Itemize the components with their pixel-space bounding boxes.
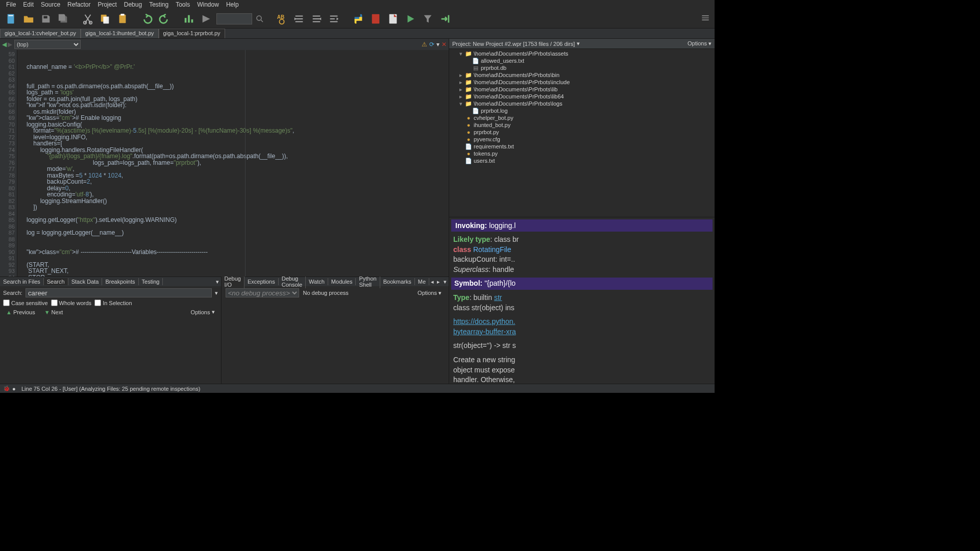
tree-twisty-icon[interactable]: ▸ [458, 93, 463, 100]
tree-row[interactable]: ▸📁\home\ad\Documents\PrPrbots\lib [451, 86, 713, 93]
python-file-icon: ● [465, 129, 472, 135]
tree-row[interactable]: 📄requirements.txt [451, 143, 713, 150]
menu-window[interactable]: Window [194, 1, 222, 8]
scope-select[interactable]: (top) [14, 40, 81, 49]
editor-tab[interactable]: giga_local-1:ihunted_bot.py [81, 29, 159, 38]
fold-column[interactable] [17, 50, 24, 277]
menu-help[interactable]: Help [223, 1, 242, 8]
search-icon[interactable] [255, 12, 264, 26]
in-selection-checkbox[interactable]: In Selection [94, 299, 132, 306]
tree-row[interactable]: ▾📁\home\ad\Documents\PrPrbots\assets [451, 50, 713, 57]
run-button[interactable] [403, 12, 418, 26]
editor-tab[interactable]: giga_local-1:prprbot.py [159, 29, 225, 38]
debug-tab-me[interactable]: Me [415, 278, 429, 285]
tree-row[interactable]: ●ihunted_bot.py [451, 121, 713, 129]
menu-project[interactable]: Project [94, 1, 119, 8]
python-icon[interactable] [351, 12, 365, 26]
menu-testing[interactable]: Testing [146, 1, 172, 8]
tree-twisty-icon[interactable]: ▸ [458, 79, 463, 86]
save-button[interactable] [39, 12, 53, 26]
previous-button[interactable]: ▲Previous [3, 309, 38, 316]
tree-row[interactable]: 📄allowed_users.txt [451, 57, 713, 64]
debug-tab-exceptions[interactable]: Exceptions [244, 278, 279, 285]
step-icon[interactable] [438, 12, 452, 26]
debug-tab-scroll[interactable]: ◂▸ [429, 279, 442, 285]
save-all-button[interactable] [56, 12, 70, 26]
case-sensitive-checkbox[interactable]: Case sensitive [3, 299, 48, 306]
debug-tab-watch[interactable]: Watch [306, 278, 328, 285]
menu-source[interactable]: Source [38, 1, 63, 8]
debug-tab-bookmarks[interactable]: Bookmarks [380, 278, 415, 285]
pdf-icon[interactable] [369, 12, 383, 26]
cut-button[interactable] [81, 12, 95, 26]
chart-icon[interactable] [182, 12, 196, 26]
tree-row[interactable]: ▾📁\home\ad\Documents\PrPrbots\logs [451, 100, 713, 107]
whole-words-checkbox[interactable]: Whole words [51, 299, 92, 306]
tree-row[interactable]: ▤prprbot.db [451, 64, 713, 71]
indent-right-icon[interactable] [292, 12, 306, 26]
str-link[interactable]: str [494, 293, 502, 302]
menu-tools[interactable]: Tools [173, 1, 193, 8]
next-button[interactable]: ▼Next [41, 309, 66, 316]
tree-row[interactable]: ▸📁\home\ad\Documents\PrPrbots\include [451, 79, 713, 86]
refresh-icon[interactable]: ⟳ [429, 41, 434, 48]
align-icon[interactable] [327, 12, 341, 26]
collapse-icon[interactable]: ▾ [436, 41, 439, 48]
hamburger-icon[interactable] [700, 13, 710, 24]
menu-debug[interactable]: Debug [121, 1, 145, 8]
tree-twisty-icon[interactable]: ▾ [458, 51, 463, 57]
search-options-button[interactable]: Options ▾ [188, 308, 218, 316]
goto-button[interactable] [199, 12, 213, 26]
menu-refactor[interactable]: Refactor [64, 1, 93, 8]
search-tab-breakpoints[interactable]: Breakpoints [102, 278, 138, 285]
tree-twisty-icon[interactable]: ▸ [458, 72, 463, 79]
tree-row[interactable]: ●pyvenv.cfg [451, 136, 713, 143]
menu-file[interactable]: File [3, 1, 19, 8]
project-tree[interactable]: ▾📁\home\ad\Documents\PrPrbots\assets📄all… [449, 49, 715, 217]
nav-fwd-icon[interactable]: ▶ [8, 41, 12, 48]
tree-row[interactable]: 📄prprbot.log [451, 107, 713, 114]
search-input[interactable] [26, 288, 212, 297]
code-editor[interactable]: 59 60 61 62 63 64 65 66 67 68 69 70 71 7… [0, 50, 449, 277]
tree-twisty-icon[interactable]: ▸ [458, 86, 463, 93]
toolbar-search-input[interactable] [216, 13, 252, 24]
nav-back-icon[interactable]: ◀ [2, 41, 7, 48]
debug-tab-modules[interactable]: Modules [328, 278, 356, 285]
search-tab-stack-data[interactable]: Stack Data [68, 278, 103, 285]
tree-row[interactable]: 📄users.txt [451, 157, 713, 164]
ab-diff-icon[interactable]: AB [275, 12, 289, 26]
tree-row[interactable]: ●cvhelper_bot.py [451, 114, 713, 121]
editor-tab[interactable]: giga_local-1:cvhelper_bot.py [0, 29, 81, 38]
tree-row[interactable]: ▸📁\home\ad\Documents\PrPrbots\bin [451, 71, 713, 79]
tree-row[interactable]: ●tokens.py [451, 150, 713, 157]
bug-icon[interactable]: 🐞 [3, 385, 10, 392]
tree-row[interactable]: ●prprbot.py [451, 129, 713, 136]
menu-edit[interactable]: Edit [20, 1, 37, 8]
warning-icon[interactable]: ⚠ [422, 41, 427, 48]
search-dropdown-icon[interactable]: ▾ [215, 290, 218, 296]
redo-button[interactable] [157, 12, 172, 26]
paste-button[interactable] [115, 12, 130, 26]
indent-left-icon[interactable] [309, 12, 324, 26]
debug-filter-icon[interactable] [421, 12, 435, 26]
new-file-button[interactable] [4, 12, 18, 26]
debug-process-select[interactable]: <no debug process> [226, 288, 299, 297]
search-tab-search-in-files[interactable]: Search in Files [0, 278, 44, 285]
search-tab-search[interactable]: Search [44, 278, 68, 285]
project-dropdown-icon[interactable]: ▾ [577, 40, 580, 47]
code-content[interactable]: channel_name = '<b>PrPr</b>" @PrPr.' ful… [24, 50, 449, 277]
tree-twisty-icon[interactable]: ▾ [458, 101, 463, 107]
doc-link-1[interactable]: https://docs.python. [453, 317, 515, 325]
doc-link-2[interactable]: bytearray-buffer-xra [453, 328, 516, 336]
close-editor-icon[interactable]: ✕ [442, 41, 447, 48]
open-button[interactable] [21, 12, 36, 26]
search-tabs-overflow-icon[interactable]: ▾ [214, 279, 221, 285]
project-options-button[interactable]: Options ▾ [688, 40, 712, 47]
tree-row[interactable]: ▸📁\home\ad\Documents\PrPrbots\lib64 [451, 93, 713, 100]
search-tab-testing[interactable]: Testing [139, 278, 163, 285]
undo-button[interactable] [140, 12, 154, 26]
debug-options-button[interactable]: Options ▾ [414, 289, 445, 297]
copy-button[interactable] [98, 12, 112, 26]
blank-file-icon[interactable] [386, 12, 400, 26]
debug-tabs-overflow-icon[interactable]: ▾ [442, 279, 449, 285]
